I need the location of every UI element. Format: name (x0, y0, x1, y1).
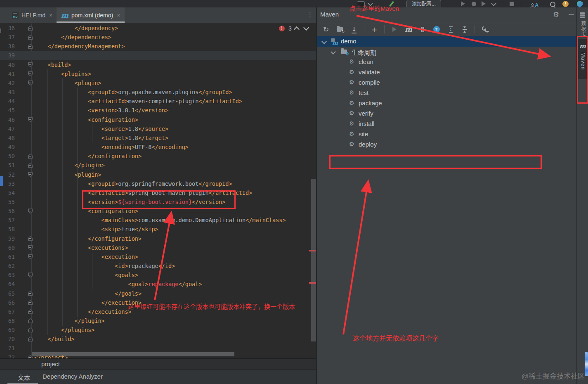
fold-marker-icon[interactable] (28, 62, 33, 67)
tree-row-project-demo[interactable]: m demo (317, 36, 576, 47)
fold-marker-icon[interactable] (28, 44, 33, 49)
line-number[interactable]: 66 (0, 298, 15, 307)
fold-marker-icon[interactable] (28, 71, 33, 76)
line-number[interactable]: 61 (0, 252, 15, 261)
tree-row-goal-site[interactable]: ⚙site (317, 129, 576, 140)
database-icon[interactable] (580, 12, 585, 19)
reload-projects-icon[interactable]: ↻ (322, 25, 330, 34)
code-line[interactable]: 36 </dependency> (0, 24, 316, 33)
code-line[interactable]: 69 </plugins> (0, 325, 316, 334)
fold-marker-icon[interactable] (28, 318, 33, 323)
line-number[interactable]: 46 (0, 115, 15, 124)
line-number[interactable]: 51 (0, 161, 15, 170)
debug-icon[interactable] (472, 2, 476, 6)
line-number[interactable]: 69 (0, 325, 15, 334)
run-more-chevron-icon[interactable] (491, 1, 496, 6)
line-number[interactable]: 40 (0, 60, 15, 69)
code-line[interactable]: 44 <artifactId>maven-compiler-plugin</ar… (0, 97, 316, 106)
skip-tests-icon[interactable]: ↯ (432, 25, 441, 34)
line-number[interactable]: 68 (0, 316, 15, 325)
run-maven-goal-icon[interactable] (390, 25, 399, 34)
fold-marker-icon[interactable] (28, 254, 33, 259)
database-tab-label[interactable]: 数据库 (580, 21, 587, 38)
line-number[interactable]: 64 (0, 280, 15, 289)
line-number[interactable]: 47 (0, 124, 15, 133)
close-icon[interactable]: × (117, 12, 120, 19)
code-line[interactable]: 42 <plugin> (0, 78, 316, 88)
fold-marker-icon[interactable] (28, 355, 33, 358)
line-number[interactable]: 55 (0, 197, 15, 206)
tree-row-lifecycle[interactable]: ⚙ 生命周期 (317, 47, 576, 57)
tab-dependency-analyzer[interactable]: Dependency Analyzer (43, 373, 103, 380)
shield-icon[interactable] (577, 1, 583, 8)
code-line[interactable]: 46 <configuration> (0, 115, 316, 124)
tree-row-goal-test[interactable]: ⚙test (317, 88, 576, 98)
gear-icon[interactable]: ⚙ (553, 10, 559, 19)
code-line[interactable]: 38 </dependencyManagement> (0, 42, 316, 51)
fold-marker-icon[interactable] (28, 81, 33, 85)
stop-icon[interactable] (510, 2, 514, 6)
line-number[interactable]: 59 (0, 234, 15, 243)
notification-icon[interactable]: ! (562, 1, 569, 7)
line-number[interactable]: 65 (0, 289, 15, 298)
line-number[interactable]: 38 (0, 42, 15, 51)
fold-marker-icon[interactable] (28, 327, 33, 332)
line-number[interactable]: 41 (0, 69, 15, 78)
fold-marker-icon[interactable] (28, 309, 33, 314)
prev-error-icon[interactable] (294, 26, 300, 32)
line-number[interactable]: 44 (0, 97, 15, 106)
add-configuration-button[interactable]: 添加配置... (406, 0, 441, 8)
line-number[interactable]: 58 (0, 225, 15, 234)
tree-row-goal-verify[interactable]: ⚙verify (317, 109, 576, 119)
line-number[interactable]: 49 (0, 142, 15, 152)
fold-marker-icon[interactable] (28, 209, 33, 213)
code-line[interactable]: 39 (0, 51, 316, 60)
line-number[interactable]: 72 (0, 353, 15, 358)
error-stripe-mark[interactable] (309, 282, 316, 284)
code-line[interactable]: 58 <skip>true</skip> (0, 225, 316, 234)
code-line[interactable]: 40 <build> (0, 60, 316, 69)
code-line[interactable]: 61 <execution> (0, 252, 316, 261)
fold-marker-icon[interactable] (28, 163, 33, 168)
code-line[interactable]: 60 <executions> (0, 243, 316, 252)
fold-marker-icon[interactable] (28, 300, 33, 305)
line-number[interactable]: 50 (0, 152, 15, 161)
code-line[interactable]: 57 <mainClass>com.example.demo.DemoAppli… (0, 216, 316, 225)
close-icon[interactable]: × (49, 12, 52, 19)
line-number[interactable]: 43 (0, 88, 15, 97)
code-line[interactable]: 49 <encoding>UTF-8</encoding> (0, 142, 316, 152)
fold-marker-icon[interactable] (28, 26, 33, 31)
fold-marker-icon[interactable] (28, 291, 33, 296)
inspection-widget[interactable]: ! 3 (279, 25, 307, 32)
line-number[interactable]: 45 (0, 106, 15, 115)
fold-marker-icon[interactable] (28, 117, 33, 122)
fold-marker-icon[interactable] (28, 154, 33, 159)
collapse-all-icon[interactable] (460, 25, 469, 34)
code-line[interactable]: 37 </dependencies> (0, 33, 316, 42)
maven-settings-wrench-icon[interactable] (481, 25, 489, 34)
breadcrumb[interactable]: project (41, 360, 60, 367)
expand-all-icon[interactable] (446, 25, 455, 34)
code-line[interactable]: 63 <goals> (0, 270, 316, 280)
chevron-down-icon[interactable] (331, 49, 336, 55)
search-everywhere-icon[interactable] (550, 2, 555, 7)
execute-maven-goal-icon[interactable]: m (404, 25, 413, 34)
line-number[interactable]: 71 (0, 344, 15, 353)
code-line[interactable]: 43 <groupId>org.apache.maven.plugins</gr… (0, 88, 316, 97)
generate-sources-icon[interactable]: ↻ (336, 25, 344, 34)
line-number[interactable]: 67 (0, 307, 15, 316)
code-line[interactable]: 68 </plugin> (0, 316, 316, 325)
code-line[interactable]: 65 </goals> (0, 289, 316, 298)
line-number[interactable]: 57 (0, 216, 15, 225)
error-stripe-mark[interactable] (309, 250, 316, 251)
download-sources-icon[interactable]: ↓ (350, 25, 358, 34)
line-number[interactable]: 39 (0, 51, 15, 60)
tab-options-kebab-icon[interactable]: ⋮ (307, 11, 313, 19)
line-number[interactable]: 60 (0, 243, 15, 252)
code-line[interactable]: 72</project> (0, 353, 316, 358)
code-line[interactable]: 51 </plugin> (0, 161, 316, 170)
tab-help-md[interactable]: MD HELP.md × (7, 7, 57, 23)
line-number[interactable]: 62 (0, 261, 15, 270)
tree-row-goal-compile[interactable]: ⚙compile (317, 78, 576, 88)
tree-row-goal-package[interactable]: ⚙package (317, 98, 576, 109)
